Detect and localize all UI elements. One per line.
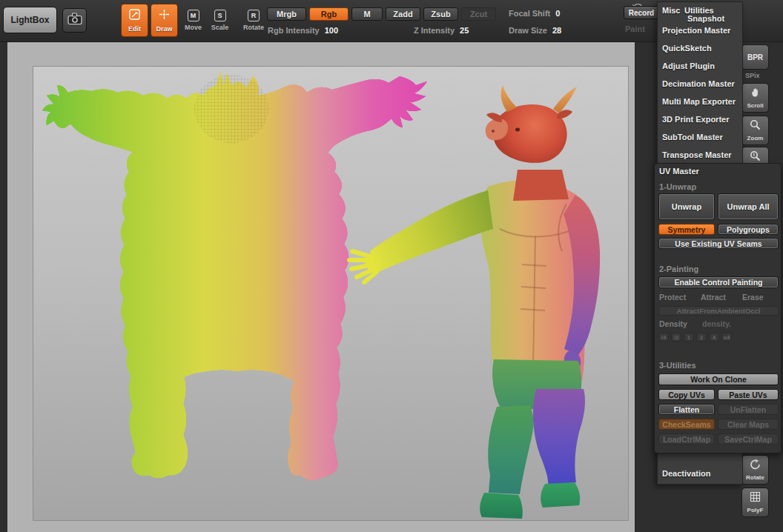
draw-size-slider[interactable]: Draw Size 28 bbox=[509, 24, 561, 36]
move-icon: M bbox=[188, 10, 199, 21]
zoom-button[interactable]: Zoom bbox=[741, 116, 769, 145]
load-ctrl-map-button[interactable]: LoadCtrlMap bbox=[658, 433, 715, 445]
menu-item-projection-master[interactable]: Projection Master bbox=[662, 26, 730, 35]
menu-item-quicksketch[interactable]: QuickSketch bbox=[662, 44, 712, 53]
focal-shift-slider[interactable]: Focal Shift 0 bbox=[509, 7, 560, 19]
menu-item-deactivation[interactable]: Deactivation bbox=[662, 469, 710, 478]
unflatten-button[interactable]: UnFlatten bbox=[718, 404, 779, 415]
viewport[interactable] bbox=[7, 42, 635, 532]
hand-icon bbox=[750, 87, 761, 101]
lightbox-button[interactable]: LightBox bbox=[3, 7, 57, 33]
camera-icon bbox=[67, 13, 82, 28]
density-preset-button[interactable]: 2 bbox=[696, 333, 707, 342]
uv-master-title[interactable]: UV Master bbox=[659, 167, 699, 176]
menu-item-decimation-master[interactable]: Decimation Master bbox=[662, 79, 735, 88]
protect-button[interactable]: Protect bbox=[659, 293, 686, 302]
minotaur-model[interactable] bbox=[349, 85, 600, 519]
unwrap-button[interactable]: Unwrap bbox=[658, 193, 715, 220]
edit-icon bbox=[129, 9, 140, 23]
scale-icon: S bbox=[214, 10, 226, 21]
rotate-canvas-button[interactable]: Rotate bbox=[741, 455, 769, 485]
erase-button[interactable]: Erase bbox=[742, 293, 764, 302]
paste-uvs-button[interactable]: Paste UVs bbox=[718, 389, 779, 400]
zsub-button[interactable]: Zsub bbox=[423, 7, 458, 21]
menu-item-snapshot[interactable]: Snapshot bbox=[687, 14, 724, 23]
rotate-arrow-icon bbox=[750, 459, 761, 473]
polyframe-button[interactable]: PolyF bbox=[741, 488, 769, 517]
check-seams-button[interactable]: CheckSeams bbox=[658, 419, 715, 430]
rotate-button[interactable]: R Rotate bbox=[240, 4, 267, 37]
copy-uvs-button[interactable]: Copy UVs bbox=[658, 389, 715, 400]
flatten-button[interactable]: Flatten bbox=[658, 404, 715, 415]
polygroups-button[interactable]: Polygroups bbox=[718, 224, 779, 235]
scale-button[interactable]: S Scale bbox=[208, 4, 232, 37]
use-existing-uv-seams-button[interactable]: Use Existing UV Seams bbox=[658, 238, 779, 249]
density-label[interactable]: Density bbox=[659, 319, 687, 328]
draw-icon bbox=[159, 9, 170, 23]
density-preset-button[interactable]: 1 bbox=[684, 333, 694, 342]
enable-control-painting-button[interactable]: Enable Control Painting bbox=[658, 276, 779, 288]
scroll-button[interactable]: Scroll bbox=[741, 83, 769, 113]
paint-button-disabled[interactable]: Paint bbox=[625, 24, 645, 33]
uv-master-panel: UV Master 1-Unwrap Unwrap Unwrap All Sym… bbox=[654, 163, 782, 453]
density-preset-button[interactable]: /2 bbox=[671, 333, 681, 342]
symmetry-button[interactable]: Symmetry bbox=[658, 224, 715, 235]
menu-item-transpose-master[interactable]: Transpose Master bbox=[662, 150, 732, 159]
rgb-intensity-slider[interactable]: Rgb Intensity 100 bbox=[268, 24, 338, 36]
density-value-label: density. bbox=[702, 319, 731, 328]
rgb-button[interactable]: Rgb bbox=[309, 7, 348, 21]
work-on-clone-button[interactable]: Work On Clone bbox=[658, 373, 779, 385]
m-button[interactable]: M bbox=[351, 7, 383, 21]
bpr-button[interactable]: BPR bbox=[741, 44, 769, 70]
move-button[interactable]: M Move bbox=[181, 4, 205, 37]
menu-item-multi-map-exporter[interactable]: Multi Map Exporter bbox=[662, 97, 736, 106]
density-preset-button[interactable]: x4 bbox=[721, 333, 732, 342]
camera-button[interactable] bbox=[62, 8, 87, 33]
record-button[interactable]: Record bbox=[624, 6, 659, 19]
menu-item-3d-print-exporter[interactable]: 3D Print Exporter bbox=[662, 115, 729, 124]
scene-svg[interactable] bbox=[7, 42, 635, 532]
edit-button[interactable]: Edit bbox=[121, 4, 148, 37]
zadd-button[interactable]: Zadd bbox=[386, 7, 420, 21]
density-preset-button[interactable]: 4 bbox=[709, 333, 719, 342]
section-utilities-label: 3-Utilities bbox=[659, 361, 696, 370]
section-painting-label: 2-Painting bbox=[659, 265, 698, 273]
z-intensity-slider[interactable]: Z Intensity 25 bbox=[414, 24, 469, 36]
menu-misc[interactable]: Misc bbox=[662, 6, 680, 15]
menu-item-adjust-plugin[interactable]: Adjust Plugin bbox=[662, 61, 715, 70]
attract-from-ambient-occlusion-button[interactable]: AttractFromAmbientOccl bbox=[658, 306, 779, 316]
mrgb-button[interactable]: Mrgb bbox=[267, 7, 306, 21]
clear-maps-button[interactable]: Clear Maps bbox=[718, 419, 779, 430]
save-ctrl-map-button[interactable]: SaveCtrlMap bbox=[718, 433, 779, 445]
draw-button[interactable]: Draw bbox=[151, 4, 178, 37]
unwrap-all-button[interactable]: Unwrap All bbox=[718, 193, 779, 220]
menu-item-subtool-master[interactable]: SubTool Master bbox=[662, 133, 723, 142]
spix-label[interactable]: SPix bbox=[745, 72, 760, 79]
attract-button[interactable]: Attract bbox=[701, 293, 726, 302]
zcut-button[interactable]: Zcut bbox=[461, 7, 496, 21]
magnifier-icon bbox=[750, 119, 761, 133]
density-preset-button[interactable]: /4 bbox=[658, 333, 669, 342]
hand-fingers bbox=[349, 251, 377, 282]
polyframe-grid-icon bbox=[750, 491, 761, 505]
section-unwrap-label: 1-Unwrap bbox=[659, 182, 696, 191]
rotate-icon: R bbox=[248, 10, 260, 21]
